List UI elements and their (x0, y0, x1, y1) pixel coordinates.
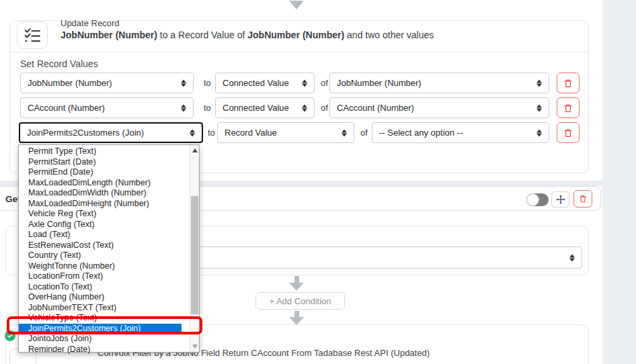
dropdown-option[interactable]: LocationTo (Text) (19, 282, 182, 293)
to-label: to (204, 73, 211, 93)
summary-field-2: JobNumber (Number) (247, 30, 344, 40)
delete-row-button[interactable] (557, 97, 580, 118)
select-arrows-icon (302, 104, 308, 111)
dropdown-option[interactable]: Reminder (Date) (19, 345, 182, 355)
dropdown-option[interactable]: Axle Config (Text) (19, 220, 182, 230)
select-arrows-icon (190, 129, 196, 136)
value-select[interactable]: CAccount (Number) (329, 97, 549, 118)
select-arrows-icon (569, 254, 575, 261)
field-select[interactable]: CAccount (Number) (20, 97, 194, 118)
dropdown-option[interactable]: Permit Type (Text) (19, 146, 182, 157)
dropdown-option[interactable]: Country (Text) (19, 251, 182, 261)
delete-row-button[interactable] (557, 122, 580, 143)
source-type-select[interactable]: Record Value (217, 122, 354, 143)
select-arrows-icon (536, 129, 543, 136)
trash-icon (563, 78, 573, 89)
dropdown-option[interactable]: Vehicle Reg (Text) (19, 209, 182, 220)
summary-mid: to a Record Value of (157, 30, 247, 40)
workflow-canvas: Update Record JobNumber (Number) to a Re… (0, 0, 636, 364)
value-select[interactable]: JobNumber (Number) (329, 73, 549, 93)
to-label: to (208, 122, 215, 143)
right-panel-background (602, 0, 636, 364)
of-label: of (321, 73, 328, 93)
dropdown-option[interactable]: MaxLoadedDimWidth (Number) (19, 188, 182, 199)
select-arrows-icon (302, 79, 308, 87)
summary-field-1: JobNumber (Number) (61, 30, 157, 40)
field-select[interactable]: JoinPermits2Customers (Join) (19, 122, 203, 143)
select-arrows-icon (342, 129, 348, 136)
dropdown-option[interactable]: JobNumberTEXT (Text) (19, 303, 182, 314)
select-arrows-icon (181, 104, 187, 111)
step-summary: JobNumber (Number) to a Record Value of … (61, 30, 434, 40)
update-record-icon (17, 21, 48, 49)
flow-arrow-head (289, 283, 304, 291)
dropdown-option[interactable]: JointoJobs (Join) (19, 334, 182, 345)
of-label: of (360, 122, 368, 143)
delete-row-button[interactable] (557, 73, 580, 93)
dropdown-option[interactable]: WeightTonne (Number) (19, 261, 182, 272)
scrollbar-up-icon[interactable] (192, 148, 198, 152)
move-icon (556, 195, 565, 204)
select-arrows-icon (181, 79, 187, 87)
scrollbar-thumb[interactable] (191, 196, 198, 314)
toggle-knob (526, 193, 539, 206)
to-label: to (204, 97, 211, 118)
add-condition-button[interactable]: + Add Condition (255, 292, 345, 310)
set-record-values-label: Set Record Values (20, 58, 98, 69)
delete-step-button[interactable] (573, 190, 592, 208)
summary-tail: and two other values (344, 30, 434, 40)
checklist-icon (24, 27, 41, 44)
step-active-toggle[interactable] (526, 193, 549, 206)
of-label: of (321, 97, 328, 118)
trash-icon (563, 128, 573, 138)
value-select[interactable]: -- Select any option -- (372, 122, 549, 143)
dropdown-option[interactable]: MaxLoadedDimHeight (Number) (19, 199, 182, 210)
step-title: Update Record (61, 18, 119, 28)
field-select[interactable]: JobNumber (Number) (20, 73, 194, 93)
source-type-select[interactable]: Connected Value (215, 73, 315, 93)
trash-icon (578, 194, 588, 203)
select-arrows-icon (536, 79, 543, 87)
dropdown-option[interactable]: PermitEnd (Date) (19, 167, 182, 178)
trash-icon (563, 103, 573, 113)
scrollbar-down-icon[interactable] (192, 345, 198, 349)
dropdown-option[interactable]: LocationFrom (Text) (19, 271, 182, 282)
flow-arrow-top-icon (289, 1, 304, 9)
select-arrows-icon (536, 104, 543, 111)
dropdown-option[interactable]: MaxLoadedDimLength (Number) (19, 178, 182, 189)
dropdown-option[interactable]: PermitStart (Date) (19, 157, 182, 168)
source-type-select[interactable]: Connected Value (215, 97, 315, 118)
dropdown-option[interactable]: Load (Text) (19, 230, 182, 240)
dropdown-option[interactable]: EstRenewalCost (Text) (19, 240, 182, 251)
move-step-button[interactable] (551, 191, 569, 208)
card-divider (10, 52, 588, 52)
annotation-highlight-box (7, 316, 202, 334)
dropdown-option[interactable]: OverHang (Number) (19, 292, 182, 303)
